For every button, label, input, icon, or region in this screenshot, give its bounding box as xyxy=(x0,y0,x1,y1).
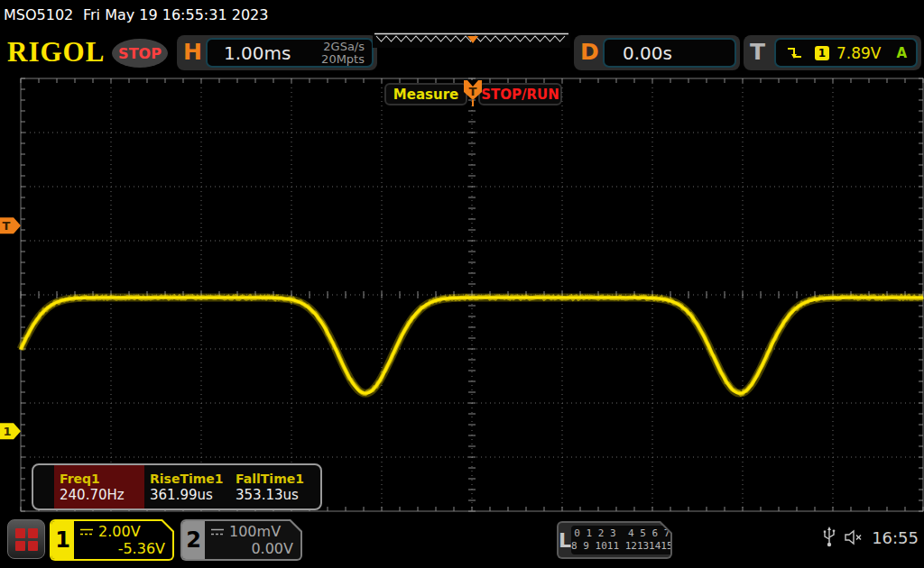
status-bar: MSO5102 Fri May 19 16:55:31 2023 xyxy=(0,0,924,32)
measurement-freq[interactable]: Freq1 240.70Hz xyxy=(54,465,144,508)
channel-2-widget[interactable]: 2 100mV 0.00V xyxy=(180,519,302,561)
delay-value: 0.00s xyxy=(623,42,672,64)
trigger-source-badge: 1 xyxy=(815,46,829,60)
measurement-value: 240.70Hz xyxy=(60,487,144,503)
menu-grid-icon xyxy=(15,528,38,551)
delay-settings-box[interactable]: D 0.00s xyxy=(574,35,740,70)
measurement-label: Freq1 xyxy=(60,472,144,486)
logic-analyzer-label: L xyxy=(559,523,571,557)
sample-rate: 2GSa/s xyxy=(323,40,365,53)
dc-coupling-icon xyxy=(79,527,94,536)
channel-1-badge: 1 xyxy=(51,521,74,559)
speaker-muted-icon xyxy=(844,529,864,545)
channel-2-scale: 100mV xyxy=(229,523,281,540)
delay-label: D xyxy=(580,39,599,65)
channel-1-offset: -5.36V xyxy=(79,540,165,557)
oscilloscope-screen: MSO5102 Fri May 19 16:55:31 2023 RIGOL S… xyxy=(0,0,924,568)
measurement-panel[interactable]: Freq1 240.70Hz RiseTime1 361.99us FallTi… xyxy=(32,463,322,510)
usb-icon xyxy=(823,527,836,548)
channel-1-ground-label: 1 xyxy=(3,425,11,438)
falling-edge-icon xyxy=(787,46,802,60)
measurement-value: 361.99us xyxy=(150,487,230,503)
measurement-label: FallTime1 xyxy=(236,472,319,486)
delay-inner: 0.00s xyxy=(603,38,736,68)
menu-button[interactable] xyxy=(7,519,45,559)
model-name: MSO5102 xyxy=(4,6,73,23)
channel-2-badge: 2 xyxy=(182,521,205,559)
acquisition-rates: 2GSa/s 20Mpts xyxy=(321,41,365,66)
trigger-inner: 1 7.89V A xyxy=(774,38,918,68)
measurement-label: RiseTime1 xyxy=(150,472,230,486)
system-tray: 16:55 xyxy=(823,527,919,548)
digital-row-1: 0 1 2 3 4 5 6 7 xyxy=(574,527,670,540)
clock: 16:55 xyxy=(872,528,919,547)
trigger-settings-box[interactable]: T 1 7.89V A xyxy=(744,35,921,70)
channel-1-widget[interactable]: 1 2.00V -5.36V xyxy=(50,519,174,561)
measurement-risetime[interactable]: RiseTime1 361.99us xyxy=(144,465,230,508)
waveform-display[interactable]: TT1 xyxy=(0,74,924,514)
trigger-mode: A xyxy=(896,45,907,61)
acquisition-memory-strip[interactable] xyxy=(373,32,570,48)
run-state-label: STOP xyxy=(118,45,162,62)
logic-analyzer-widget[interactable]: L 0 1 2 3 4 5 6 7 8 9 1011 12131415 xyxy=(557,521,672,559)
datetime: Fri May 19 16:55:31 2023 xyxy=(83,6,268,23)
digital-channel-list: 0 1 2 3 4 5 6 7 8 9 1011 12131415 xyxy=(571,526,670,554)
ch1-trace-glow xyxy=(21,298,923,393)
horizontal-label: H xyxy=(183,39,202,65)
rigol-logo: RIGOL xyxy=(7,36,105,69)
header-bar: RIGOL STOP H 1.00ms 2GSa/s 20Mpts Measur… xyxy=(0,32,924,74)
trigger-level-value: 7.89V xyxy=(836,44,881,62)
horizontal-settings-box[interactable]: H 1.00ms 2GSa/s 20Mpts xyxy=(177,35,377,70)
channel-2-offset: 0.00V xyxy=(210,540,293,557)
channel-1-scale: 2.00V xyxy=(98,523,141,540)
memory-depth: 20Mpts xyxy=(321,52,365,66)
trigger-level-label: T xyxy=(3,219,11,233)
dc-coupling-icon xyxy=(210,527,225,536)
run-state-indicator[interactable]: STOP xyxy=(112,39,168,68)
measurement-value: 353.13us xyxy=(236,487,319,503)
measurement-falltime[interactable]: FallTime1 353.13us xyxy=(230,465,319,508)
digital-row-2: 8 9 1011 12131415 xyxy=(571,540,670,553)
bottom-bar: 1 2.00V -5.36V 2 xyxy=(0,514,924,568)
timebase-value: 1.00ms xyxy=(224,42,291,64)
horizontal-inner: 1.00ms 2GSa/s 20Mpts xyxy=(206,38,374,68)
trigger-position-label: T xyxy=(469,85,477,98)
trigger-label: T xyxy=(750,39,765,65)
